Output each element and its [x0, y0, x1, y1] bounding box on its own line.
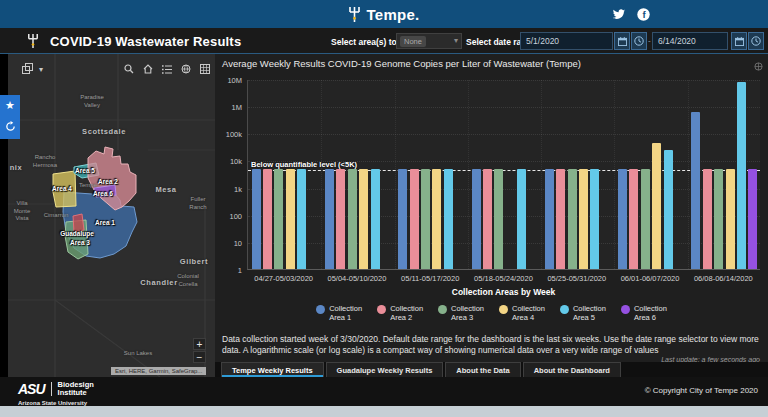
zoom-out-button[interactable]: − [193, 351, 206, 363]
legend-list-icon[interactable] [162, 60, 172, 78]
facebook-icon[interactable]: f [637, 8, 650, 21]
bar[interactable] [274, 169, 283, 269]
x-tick-label: 05/04-05/10/2020 [320, 274, 393, 283]
y-tick-label: 10 [215, 239, 242, 248]
bar[interactable] [252, 169, 261, 269]
legend-item[interactable]: Collection Area 1 [316, 304, 362, 322]
bookmark-star-icon[interactable]: ★ [5, 100, 15, 111]
tempe-logo[interactable]: Tempe. [0, 0, 768, 28]
map-place-label: Cimarron [44, 212, 69, 220]
bar[interactable] [348, 169, 357, 269]
home-icon[interactable] [143, 60, 153, 78]
bar[interactable] [545, 169, 554, 269]
chevron-down-icon[interactable]: ▾ [39, 65, 43, 74]
map-panel[interactable]: ▾ Paradise ValleyScottsdaleRancho Hermos… [8, 54, 215, 377]
bar[interactable] [618, 169, 627, 269]
bar[interactable] [297, 169, 306, 269]
bar[interactable] [483, 169, 492, 269]
biodesign-institute-text: Biodesign Institute [58, 381, 94, 398]
logo-divider [51, 382, 52, 396]
legend-dot-icon [377, 305, 386, 314]
legend-item[interactable]: Collection Area 4 [499, 304, 545, 322]
map-widget-strip: ★ [0, 95, 20, 139]
panel-options-icon[interactable] [754, 57, 763, 75]
asu-logo-text: ASU [18, 381, 45, 397]
tab-about-the-dashboard[interactable]: About the Dashboard [523, 362, 621, 377]
legend-label: Collection Area 3 [451, 304, 484, 322]
bar[interactable] [371, 169, 380, 269]
bar[interactable] [494, 169, 503, 269]
gridline-v [321, 80, 322, 269]
bar[interactable] [410, 169, 419, 269]
bar[interactable] [325, 169, 334, 269]
dashboard-notes: Data collection started week of 3/30/202… [222, 334, 764, 357]
legend-dot-icon [438, 305, 447, 314]
bar[interactable] [286, 169, 295, 269]
zoom-in-button[interactable]: + [193, 338, 206, 350]
bar[interactable] [398, 169, 407, 269]
map-area-label: Area 6 [93, 190, 113, 197]
legend-item[interactable]: Collection Area 2 [377, 304, 423, 322]
area-filter-select[interactable]: None ▾ [396, 33, 462, 49]
map-place-label: Mesa [155, 185, 176, 194]
date-end-input[interactable]: 6/14/2020 [652, 32, 728, 50]
area-filter-value: None [400, 36, 426, 47]
chart-legend: Collection Area 1Collection Area 2Collec… [215, 304, 768, 322]
bar[interactable] [641, 169, 650, 269]
bar[interactable] [629, 169, 638, 269]
page-title: COVID-19 Wastewater Results [50, 34, 241, 49]
bar[interactable] [726, 169, 735, 269]
bar[interactable] [652, 143, 661, 269]
tab-guadalupe-weekly-results[interactable]: Guadalupe Weekly Results [326, 362, 444, 377]
legend-item[interactable]: Collection Area 5 [560, 304, 606, 322]
bar[interactable] [590, 169, 599, 269]
calendar-icon[interactable] [614, 32, 630, 50]
basemap-grid-icon[interactable] [200, 60, 210, 78]
chevron-down-icon: ▾ [454, 37, 458, 45]
asu-biodesign-logo[interactable]: ASU Biodesign Institute Arizona State Un… [18, 381, 94, 406]
chart-plot: Below quantifiable level (<5K) [247, 80, 760, 270]
bar[interactable] [444, 169, 453, 269]
bar[interactable] [517, 169, 526, 269]
legend-label: Collection Area 1 [329, 304, 362, 322]
map-place-label: Paradise Valley [80, 94, 104, 109]
twitter-icon[interactable] [612, 9, 625, 20]
bar[interactable] [359, 169, 368, 269]
calendar-icon[interactable] [731, 32, 747, 50]
map-attribution: Esri, HERE, Garmin, SafeGrap... [111, 367, 206, 375]
top-bar: Tempe. f [0, 0, 768, 28]
x-axis-title: Collection Areas by Week [247, 287, 760, 297]
clock-icon[interactable] [631, 32, 647, 50]
bar[interactable] [556, 169, 565, 269]
tab-about-the-data[interactable]: About the Data [445, 362, 520, 377]
map-area-label: Area 4 [52, 185, 72, 192]
bar[interactable] [748, 169, 757, 269]
refresh-icon[interactable] [5, 121, 16, 134]
bar[interactable] [472, 169, 481, 269]
map-place-label: Sun Lakes [124, 350, 152, 358]
bar[interactable] [336, 169, 345, 269]
bar[interactable] [691, 112, 700, 269]
bar[interactable] [579, 169, 588, 269]
legend-dot-icon [560, 305, 569, 314]
map-area-label: Area 3 [70, 239, 90, 246]
bar[interactable] [263, 169, 272, 269]
layers-icon[interactable] [22, 60, 33, 78]
legend-dot-icon [499, 305, 508, 314]
bar[interactable] [421, 169, 430, 269]
bar[interactable] [737, 82, 746, 269]
tab-tempe-weekly-results[interactable]: Tempe Weekly Results [221, 362, 324, 377]
gridline-v [395, 80, 396, 269]
search-icon[interactable] [124, 60, 134, 78]
clock-icon[interactable] [748, 32, 764, 50]
date-start-input[interactable]: 5/1/2020 [520, 32, 613, 50]
gridline-h [248, 134, 760, 135]
bar[interactable] [703, 169, 712, 269]
bar[interactable] [714, 169, 723, 269]
bar[interactable] [664, 150, 673, 269]
legend-item[interactable]: Collection Area 6 [621, 304, 667, 322]
bar[interactable] [568, 169, 577, 269]
globe-icon[interactable] [181, 60, 191, 78]
bar[interactable] [432, 169, 441, 269]
legend-item[interactable]: Collection Area 3 [438, 304, 484, 322]
